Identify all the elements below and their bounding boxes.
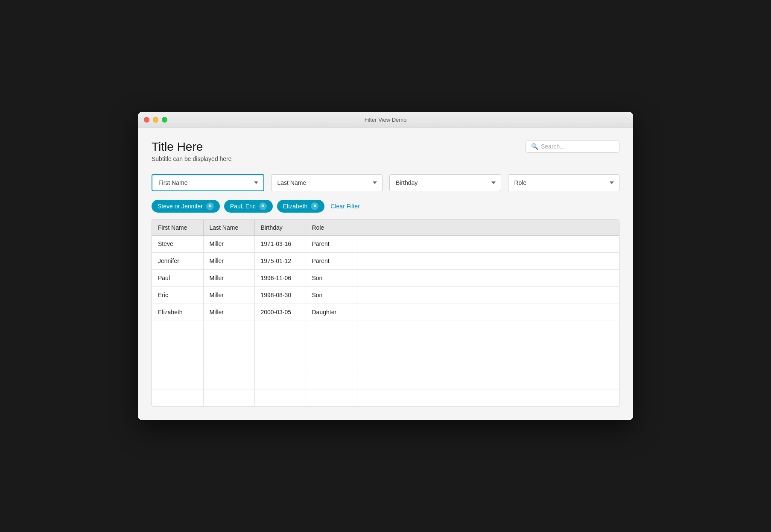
clear-filter-link[interactable]: Clear Filter [330,203,359,210]
cell-lastname: Miller [203,252,254,269]
table-body: Steve Miller 1971-03-16 Parent Jennifer … [152,235,619,406]
cell-firstname: Eric [152,286,203,304]
filter-tag-steve-jennifer: Steve or Jennifer ✕ [152,200,220,213]
fullscreen-button[interactable] [162,117,167,123]
cell-empty [152,321,203,338]
filters-row: First Name Last Name Birthday Role [152,174,619,191]
cell-firstname: Steve [152,235,203,252]
cell-lastname: Miller [203,286,254,304]
filter-firstname[interactable]: First Name [152,174,264,191]
table-row: Steve Miller 1971-03-16 Parent [152,235,619,252]
close-button[interactable] [144,117,149,123]
cell-role: Son [306,286,357,304]
cell-firstname: Paul [152,269,203,286]
table-header: First Name Last Name Birthday Role [152,220,619,236]
cell-extra [357,269,619,286]
cell-lastname: Miller [203,304,254,321]
filter-tag-label: Steve or Jennifer [158,203,203,210]
traffic-lights [144,117,167,123]
cell-role: Daughter [306,304,357,321]
remove-filter-elizabeth[interactable]: ✕ [311,202,318,210]
filter-lastname[interactable]: Last Name [271,174,383,191]
table-row-empty [152,372,619,389]
table-row-empty [152,338,619,355]
cell-extra [357,286,619,304]
minimize-button[interactable] [153,117,158,123]
filter-tag-elizabeth: Elizabeth ✕ [277,200,325,213]
table-row-empty [152,321,619,338]
table-row: Jennifer Miller 1975-01-12 Parent [152,252,619,269]
cell-birthday: 2000-03-05 [254,304,306,321]
filter-birthday[interactable]: Birthday [389,174,501,191]
cell-role: Parent [306,235,357,252]
table-row-empty [152,355,619,372]
header-row: Title Here Subtitle can be displayed her… [152,140,619,162]
cell-extra [357,235,619,252]
cell-extra [357,304,619,321]
titlebar: Filter View Demo [138,112,633,128]
data-table: First Name Last Name Birthday Role Steve… [152,219,619,407]
title-block: Title Here Subtitle can be displayed her… [152,140,232,162]
table-row-empty [152,389,619,406]
remove-filter-paul-eric[interactable]: ✕ [259,202,267,210]
window-title: Filter View Demo [365,117,407,123]
table-row: Elizabeth Miller 2000-03-05 Daughter [152,304,619,321]
filter-role[interactable]: Role [508,174,620,191]
search-input[interactable] [541,143,614,150]
content-area: Title Here Subtitle can be displayed her… [138,128,633,421]
remove-filter-steve-jennifer[interactable]: ✕ [206,202,214,210]
col-header-role: Role [306,220,357,236]
table: First Name Last Name Birthday Role Steve… [152,220,619,406]
active-filters-row: Steve or Jennifer ✕ Paul, Eric ✕ Elizabe… [152,200,619,213]
cell-role: Son [306,269,357,286]
filter-tag-label: Elizabeth [283,203,308,210]
cell-lastname: Miller [203,269,254,286]
cell-lastname: Miller [203,235,254,252]
page-subtitle: Subtitle can be displayed here [152,155,232,162]
search-icon: 🔍 [531,143,538,150]
cell-firstname: Elizabeth [152,304,203,321]
search-box: 🔍 [526,140,619,153]
cell-birthday: 1971-03-16 [254,235,306,252]
table-row: Paul Miller 1996-11-06 Son [152,269,619,286]
cell-role: Parent [306,252,357,269]
page-title: Title Here [152,140,232,154]
cell-firstname: Jennifer [152,252,203,269]
col-header-birthday: Birthday [254,220,306,236]
table-row: Eric Miller 1998-08-30 Son [152,286,619,304]
cell-extra [357,252,619,269]
cell-birthday: 1996-11-06 [254,269,306,286]
app-window: Filter View Demo Title Here Subtitle can… [138,112,633,421]
filter-tag-label: Paul, Eric [230,203,256,210]
cell-birthday: 1998-08-30 [254,286,306,304]
cell-birthday: 1975-01-12 [254,252,306,269]
col-header-lastname: Last Name [203,220,254,236]
col-header-firstname: First Name [152,220,203,236]
col-header-extra [357,220,619,236]
header-row: First Name Last Name Birthday Role [152,220,619,236]
filter-tag-paul-eric: Paul, Eric ✕ [224,200,273,213]
